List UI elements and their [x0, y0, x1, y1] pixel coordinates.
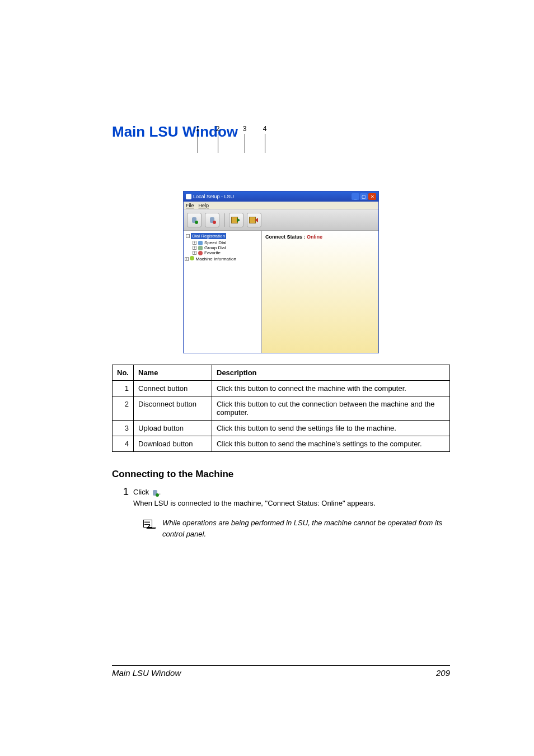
td-no: 3 — [113, 421, 134, 436]
pointer-2: 2 — [212, 125, 223, 153]
table-row: 3 Upload button Click this button to sen… — [113, 421, 450, 436]
td-name: Download button — [134, 436, 212, 452]
download-button[interactable] — [247, 213, 261, 227]
close-button[interactable]: ✕ — [368, 193, 376, 200]
td-desc: Click this button to send the settings f… — [212, 421, 450, 436]
connect-button[interactable] — [187, 213, 202, 227]
pointer-label: 4 — [263, 125, 267, 133]
app-icon — [186, 194, 191, 199]
note: While operations are being performed in … — [112, 517, 450, 539]
td-name: Upload button — [134, 421, 212, 436]
td-no: 4 — [113, 436, 134, 452]
tree-item-group[interactable]: +Group Dial — [185, 245, 260, 250]
td-name: Disconnect button — [134, 396, 212, 421]
window-title: Local Setup - LSU — [193, 194, 234, 199]
page-footer: Main LSU Window 209 — [112, 665, 450, 678]
table-row: 2 Disconnect button Click this button to… — [113, 396, 450, 421]
connect-icon — [151, 489, 159, 497]
note-text: While operations are being performed in … — [162, 517, 450, 539]
table-row: 1 Connect button Click this button to co… — [113, 381, 450, 396]
expand-icon[interactable]: + — [193, 246, 196, 250]
pointer-label: 1 — [196, 125, 200, 133]
td-desc: Click this button to cut the connection … — [212, 396, 450, 421]
tree-item-label: Group Dial — [204, 245, 226, 250]
th-name: Name — [134, 365, 212, 381]
step-description: When LSU is connected to the machine, "C… — [133, 499, 376, 507]
tree-root[interactable]: Dial Registration — [191, 233, 226, 239]
step-click-text: Click — [133, 488, 151, 496]
expand-icon[interactable]: + — [193, 241, 196, 245]
pointer-label: 3 — [243, 125, 247, 133]
expand-icon[interactable]: + — [193, 251, 196, 255]
pointer-1: 1 — [192, 125, 203, 153]
menu-help[interactable]: Help — [199, 203, 209, 208]
group-icon — [198, 246, 203, 250]
disconnect-icon — [208, 216, 216, 224]
diagram-wrap: 1 2 3 4 Local Setup - LSU _ ▢ ✕ — [112, 157, 450, 353]
pointer-row: 1 2 3 4 — [189, 125, 270, 153]
content-pane: Connect Status : Online — [262, 231, 378, 353]
maximize-button[interactable]: ▢ — [360, 193, 368, 200]
titlebar: Local Setup - LSU _ ▢ ✕ — [184, 192, 378, 202]
disconnect-button[interactable] — [205, 213, 219, 227]
page-heading: Main LSU Window — [112, 123, 450, 141]
connect-icon — [190, 216, 198, 224]
th-no: No. — [113, 365, 134, 381]
table-row: 4 Download button Click this button to s… — [113, 436, 450, 452]
toolbar-separator — [224, 213, 224, 227]
step-1: 1 Click . When LSU is connected to the m… — [112, 487, 450, 508]
menubar: File Help — [184, 202, 378, 209]
step-period: . — [159, 488, 161, 496]
note-icon — [143, 519, 157, 529]
td-name: Connect button — [134, 381, 212, 396]
collapse-icon[interactable]: − — [186, 234, 190, 238]
machine-icon — [190, 256, 194, 260]
lsu-window: Local Setup - LSU _ ▢ ✕ File Help — [183, 191, 379, 353]
status-value: Online — [307, 234, 322, 240]
status-text: Connect Status : Online — [265, 234, 375, 240]
th-desc: Description — [212, 365, 450, 381]
pointer-4: 4 — [259, 125, 270, 153]
tree-item-label: Speed Dial — [204, 240, 226, 245]
tree-item-machine[interactable]: Machine Information — [195, 256, 236, 262]
tree-item-speed[interactable]: +Speed Dial — [185, 240, 260, 245]
minimize-button[interactable]: _ — [352, 193, 359, 200]
expand-icon[interactable]: + — [185, 257, 189, 261]
pointer-label: 2 — [216, 125, 220, 133]
button-description-table: No. Name Description 1 Connect button Cl… — [112, 365, 450, 452]
speed-icon — [198, 241, 203, 245]
td-no: 2 — [113, 396, 134, 421]
footer-page-number: 209 — [436, 668, 450, 678]
footer-title: Main LSU Window — [112, 668, 181, 678]
subheading: Connecting to the Machine — [112, 469, 450, 480]
upload-icon — [231, 216, 241, 224]
toolbar — [184, 209, 378, 231]
tree-item-label: Favorite — [204, 250, 221, 255]
tree-item-favorite[interactable]: +Favorite — [185, 250, 260, 255]
td-desc: Click this button to connect the machine… — [212, 381, 450, 396]
status-label: Connect Status : — [265, 234, 307, 240]
download-icon — [249, 216, 259, 224]
table-header-row: No. Name Description — [113, 365, 450, 381]
pointer-3: 3 — [239, 125, 250, 153]
upload-button[interactable] — [229, 213, 243, 227]
td-no: 1 — [113, 381, 134, 396]
menu-file[interactable]: File — [186, 203, 194, 208]
step-number: 1 — [123, 487, 129, 497]
td-desc: Click this button to send the machine's … — [212, 436, 450, 452]
favorite-icon — [198, 251, 203, 255]
step-body: Click . When LSU is connected to the mac… — [133, 487, 376, 508]
tree-pane: − Dial Registration +Speed Dial +Group D… — [184, 231, 262, 353]
